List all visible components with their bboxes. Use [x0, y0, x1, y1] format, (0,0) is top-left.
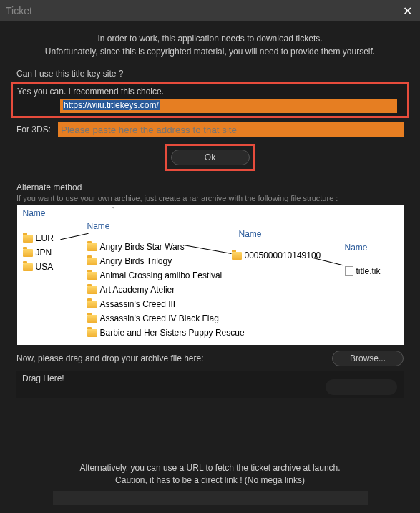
alternate-method-title: Alternate method — [16, 182, 409, 192]
folder-icon — [23, 249, 33, 257]
file-explorer-example: ⌃ Name Name Name Name EUR JPN USA Angry … — [17, 205, 404, 345]
folder-item: Barbie and Her Sisters Puppy Rescue — [87, 326, 245, 340]
folder-icon — [87, 286, 97, 294]
column-header-4: Name — [345, 243, 368, 253]
folder-item: Assassin's Creed III — [87, 297, 245, 311]
recommend-text: Yes you can. I recommend this choice. — [17, 87, 403, 97]
folder-item: Angry Birds Trilogy — [87, 254, 245, 268]
for3ds-label: For 3DS: — [16, 124, 52, 135]
sort-indicator-icon: ⌃ — [110, 206, 116, 213]
folder-icon — [232, 252, 242, 260]
folder-item: JPN — [23, 245, 54, 260]
wiiu-url-input[interactable]: https://wiiu.titlekeys.com/ — [60, 99, 397, 113]
highlight-box-url: Yes you can. I recommend this choice. ht… — [11, 82, 409, 118]
alternate-method-desc: If you want to use your own archive, jus… — [16, 194, 409, 202]
folder-item: 0005000010149100 — [232, 248, 321, 263]
folder-item: Assassin's Creed IV Black Flag — [87, 311, 245, 326]
launch-url-input[interactable] — [53, 491, 368, 505]
ghost-button — [326, 379, 397, 395]
folder-item: Art Academy Atelier — [87, 283, 245, 297]
connector-line — [60, 233, 88, 240]
column-header-3: Name — [239, 229, 262, 239]
highlight-box-ok: Ok — [165, 144, 255, 171]
folder-icon — [23, 235, 33, 243]
ok-button[interactable]: Ok — [171, 150, 250, 165]
urlfetch-line-2: Caution, it has to be a direct link ! (N… — [11, 474, 409, 487]
urlfetch-line-1: Alternatively, you can use a URL to fetc… — [11, 462, 409, 474]
folder-item: Animal Crossing amiibo Festival — [87, 268, 245, 283]
folder-icon — [87, 243, 97, 251]
folder-item: EUR — [23, 231, 54, 245]
folder-icon — [87, 258, 97, 265]
window-title: Ticket — [6, 5, 32, 16]
folder-icon — [87, 301, 97, 308]
for3ds-url-input[interactable] — [58, 122, 404, 137]
file-icon — [345, 266, 353, 276]
drag-here-text: Drag Here! — [22, 373, 64, 383]
folder-icon — [87, 329, 97, 337]
drag-prompt: Now, please drag and drop your archive f… — [16, 353, 204, 363]
intro-line-1: In order to work, this application needs… — [11, 32, 409, 45]
column-header-1: Name — [23, 208, 46, 218]
browse-button[interactable]: Browse... — [332, 351, 404, 366]
file-item: title.tik — [345, 264, 381, 278]
intro-line-2: Unfortunately, since this is copyrighted… — [11, 45, 409, 58]
folder-item: USA — [23, 260, 54, 274]
column-header-2: Name — [87, 221, 110, 231]
folder-icon — [87, 315, 97, 323]
close-icon[interactable]: ✕ — [400, 4, 414, 18]
question-label: Can I use this title key site ? — [16, 69, 409, 79]
folder-icon — [23, 263, 33, 271]
folder-icon — [87, 272, 97, 280]
